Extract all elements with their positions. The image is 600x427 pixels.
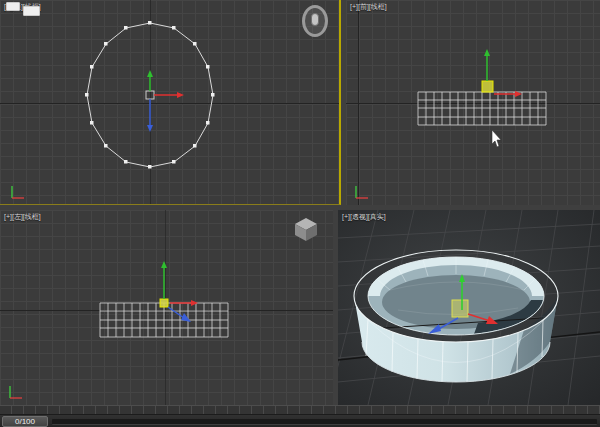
track-bar[interactable] — [52, 419, 597, 425]
max-viewport-layout: [+][顶][线框] [+][前][线框] — [0, 0, 600, 427]
cube-icon[interactable] — [295, 218, 317, 241]
front-view-canvas — [346, 0, 600, 205]
transform-gizmo-front[interactable] — [482, 49, 522, 97]
transform-gizmo-top[interactable] — [146, 70, 184, 132]
selected-vertex-handle[interactable] — [482, 81, 493, 92]
ui-fragment — [23, 6, 40, 16]
tube-side-wireframe[interactable] — [100, 303, 228, 337]
timeline-bar: 0/100 — [0, 405, 600, 427]
transform-gizmo-left[interactable] — [160, 261, 198, 322]
spline-vertices[interactable] — [85, 21, 215, 169]
time-ruler[interactable] — [0, 406, 600, 415]
selected-vertex-handle[interactable] — [160, 299, 168, 307]
viewport-splitter-vertical-bottom[interactable] — [333, 210, 338, 405]
viewport-front[interactable]: [+][前][线框] — [346, 0, 600, 205]
viewport-perspective[interactable]: [+][透视][真实] — [338, 210, 600, 405]
axis-tripod-icon — [356, 186, 368, 198]
left-view-canvas — [0, 210, 333, 405]
top-view-canvas — [0, 0, 339, 204]
mouse-wheel-icon — [311, 13, 319, 26]
viewport-front-label[interactable]: [+][前][线框] — [350, 2, 387, 11]
viewport-left[interactable]: [+][左][线框] — [0, 210, 333, 405]
mouse-indicator-icon — [302, 5, 328, 37]
selected-vertex-handle[interactable] — [452, 300, 468, 317]
axis-tripod-icon — [12, 186, 24, 198]
perspective-canvas — [338, 210, 600, 405]
tube-front-wireframe[interactable] — [418, 92, 546, 125]
viewport-splitter-horizontal[interactable] — [0, 205, 600, 210]
viewport-left-label[interactable]: [+][左][线框] — [4, 212, 41, 221]
axis-tripod-icon — [10, 386, 22, 398]
mouse-cursor — [492, 130, 501, 147]
ui-fragment — [6, 2, 20, 11]
viewport-perspective-label[interactable]: [+][透视][真实] — [342, 212, 386, 221]
viewport-splitter-vertical-top[interactable] — [341, 0, 346, 205]
viewport-top[interactable]: [+][顶][线框] — [0, 0, 341, 205]
frame-counter-slider[interactable]: 0/100 — [2, 416, 48, 427]
